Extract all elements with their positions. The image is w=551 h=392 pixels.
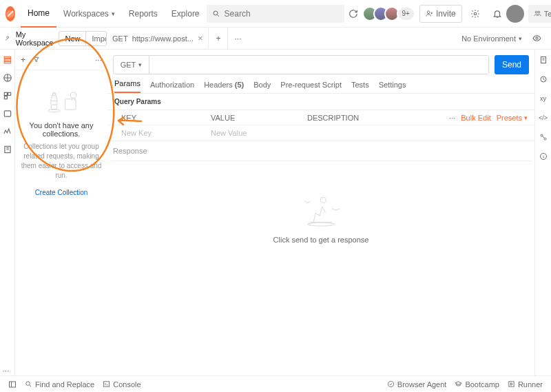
response-empty-state: Click send to get a response [107,161,534,375]
rail-monitors-icon[interactable] [3,127,12,136]
status-find-label: Find and Replace [35,380,94,389]
import-button[interactable]: Import [85,32,107,45]
svg-point-4 [535,11,537,13]
request-subtabs: Params Authorization Headers (5) Body Pr… [107,74,534,94]
sidebar-add-icon[interactable]: + [21,55,25,65]
send-button[interactable]: Send [495,55,529,74]
response-hint: Click send to get a response [273,236,369,244]
environment-selector[interactable]: No Environment▾ [461,34,522,43]
chevron-down-icon: ▾ [112,10,115,17]
query-params-table: KEY VALUE DESCRIPTION ··· Bulk Edit Pres… [107,110,534,141]
settings-icon[interactable] [466,5,484,23]
response-section-label: Response [110,141,532,161]
tab-params[interactable]: Params [114,79,141,93]
http-method-selector[interactable]: GET▾ [114,56,149,74]
rail-mock-icon[interactable] [3,109,12,118]
status-bootcamp[interactable]: Bootcamp [450,380,503,389]
add-tab-button[interactable]: + [209,28,228,50]
svg-point-1 [214,11,218,15]
col-key: KEY [107,114,211,122]
new-button[interactable]: New [59,32,85,45]
svg-point-29 [26,382,30,386]
svg-point-6 [7,37,9,39]
tab-headers-label: Headers [204,81,233,93]
global-search-input[interactable] [225,9,339,19]
tab-headers[interactable]: Headers (5) [204,81,244,93]
rr-xy-icon[interactable]: xy [539,94,548,103]
global-search[interactable] [207,5,344,23]
nav-workspaces-label: Workspaces [63,9,109,19]
rr-info-icon[interactable] [539,152,548,161]
create-collection-link[interactable]: Create Collection [35,189,88,196]
svg-rect-8 [4,56,10,58]
svg-point-22 [320,197,326,203]
response-illustration [293,189,349,230]
svg-rect-12 [4,92,7,95]
invite-button[interactable]: Invite [419,5,462,23]
rail-more-icon[interactable]: ··· [3,366,12,375]
request-url-input[interactable] [149,56,488,74]
rail-history-icon[interactable] [3,145,12,154]
rr-code-icon[interactable]: </> [539,113,548,123]
tab-body[interactable]: Body [253,81,271,93]
status-browser-agent[interactable]: Browser Agent [383,380,451,389]
nav-home[interactable]: Home [21,0,56,28]
status-console[interactable]: Console [98,380,145,389]
rail-collections-icon[interactable] [3,55,12,65]
status-console-label: Console [113,380,141,389]
rr-comments-icon[interactable] [539,74,548,84]
app-logo[interactable] [6,6,15,21]
svg-rect-13 [8,92,10,95]
empty-collection-illustration [37,81,85,116]
new-import-group: New Import [59,31,107,46]
svg-rect-30 [104,382,110,386]
sync-icon[interactable] [344,5,362,23]
team-icon [534,10,541,17]
bulk-edit-link[interactable]: Bulk Edit [461,114,490,122]
tab-prerequest[interactable]: Pre-request Script [280,81,342,93]
tab-tests[interactable]: Tests [351,81,369,93]
query-params-title: Query Params [107,94,534,110]
tab-authorization[interactable]: Authorization [150,81,194,93]
environment-label: No Environment [461,34,516,43]
request-tab-title: https://www.post... [132,34,194,43]
param-key-input[interactable]: New Key [107,129,211,137]
svg-rect-10 [4,61,10,63]
team-avatars[interactable]: 9+ [366,6,415,21]
nav-workspaces[interactable]: Workspaces▾ [56,0,122,28]
nav-reports[interactable]: Reports [122,0,165,28]
col-options-icon[interactable]: ··· [449,114,455,122]
param-value-input[interactable]: New Value [211,129,307,137]
search-icon [212,10,220,18]
status-toggle-sidebar-icon[interactable] [4,380,21,389]
invite-label: Invite [436,9,456,19]
env-quick-look-icon[interactable] [528,30,545,48]
rr-related-icon[interactable] [539,132,548,142]
user-plus-icon [426,10,433,17]
status-bootcamp-label: Bootcamp [465,380,499,389]
col-desc: DESCRIPTION [307,114,449,122]
status-find-replace[interactable]: Find and Replace [21,380,98,389]
notifications-icon[interactable] [488,5,506,23]
team-dropdown[interactable]: Team ▾ [528,5,551,23]
chevron-down-icon: ▾ [138,61,142,68]
tab-actions-icon[interactable]: ··· [228,28,247,50]
rail-apis-icon[interactable] [3,73,12,83]
tab-headers-badge: (5) [235,81,244,89]
http-method-label: GET [121,61,136,69]
request-tab[interactable]: GET https://www.post... × [107,28,209,50]
sidebar-more-icon[interactable]: ··· [95,55,102,65]
me-avatar[interactable] [506,5,524,23]
presets-dropdown[interactable]: Presets▾ [497,114,528,122]
sidebar-filter-icon[interactable] [32,56,40,63]
avatar-overflow-badge: 9+ [397,6,415,21]
tab-settings[interactable]: Settings [379,81,406,93]
workspace-name[interactable]: My Workspace [16,30,55,47]
nav-explore[interactable]: Explore [165,0,207,28]
close-tab-icon[interactable]: × [198,33,203,43]
team-label: Team [544,10,551,18]
rail-environments-icon[interactable] [3,91,12,101]
rr-docs-icon[interactable] [539,55,548,65]
svg-rect-19 [65,99,76,110]
status-runner[interactable]: Runner [503,380,547,389]
